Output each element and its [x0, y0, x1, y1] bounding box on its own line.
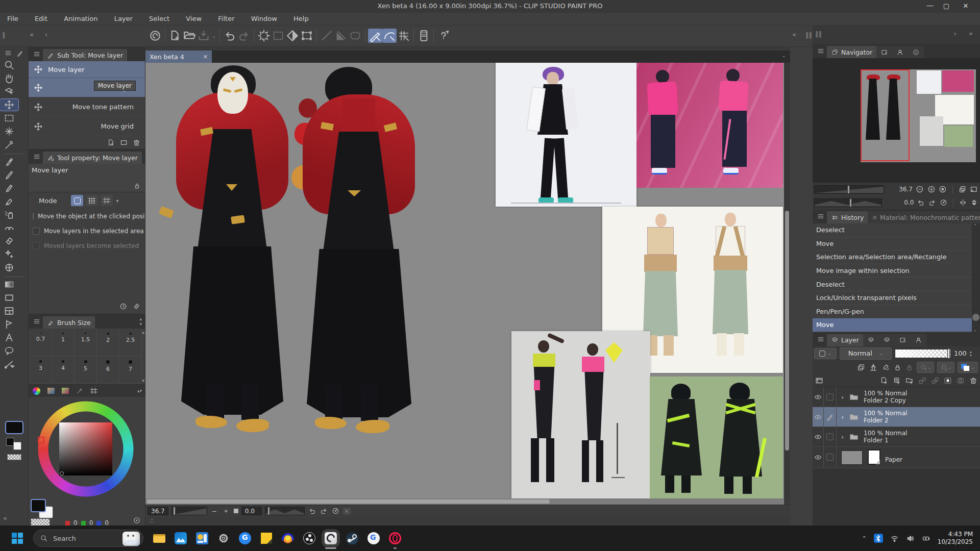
clip-to-layer-below-icon[interactable] — [856, 363, 866, 372]
zoom-value-field[interactable]: 36.7 — [148, 507, 168, 515]
history-item[interactable]: Selection area/Selection area/Rectangle — [813, 251, 980, 264]
expand-folder-icon[interactable]: › — [841, 433, 844, 441]
layer-thumbnail-dropdown[interactable]: ⌄ — [814, 348, 837, 359]
layer-visibility-icon[interactable] — [814, 433, 822, 441]
new-vector-layer-icon[interactable] — [892, 376, 901, 385]
menu-select[interactable]: Select — [142, 13, 177, 24]
layer-row-folder2[interactable]: › 100 % NormalFolder 2 — [813, 407, 980, 427]
brush-size-cell[interactable]: 1 — [52, 329, 75, 356]
layer-search-tab[interactable] — [879, 334, 895, 346]
sticky-notes-icon[interactable] — [260, 532, 273, 544]
operation-tool[interactable] — [0, 86, 18, 97]
close-button[interactable]: ✕ — [961, 2, 971, 10]
blend-tool[interactable] — [0, 248, 18, 260]
collapse-gutter-icon[interactable]: « — [792, 31, 796, 38]
subtool-menu-icon[interactable] — [33, 50, 41, 58]
sv-marker[interactable] — [60, 471, 64, 475]
register-settings-icon[interactable] — [132, 302, 141, 311]
subtool-item-move-grid[interactable]: Move grid — [29, 117, 145, 136]
invert-selection-button[interactable] — [285, 29, 300, 43]
rotate-left-icon[interactable] — [308, 507, 316, 515]
brush-size-cell[interactable]: 6 — [97, 356, 119, 384]
ruler-tool[interactable] — [0, 318, 18, 330]
layer-visibility-icon[interactable] — [814, 393, 822, 402]
brush-size-tab[interactable]: Brush Size — [43, 316, 95, 329]
tone-tab[interactable] — [911, 334, 926, 346]
layer-checkbox[interactable] — [826, 393, 834, 400]
select-source-button[interactable]: ⌄ — [917, 362, 934, 373]
gutter-grip[interactable]: ‖‖ — [805, 31, 812, 39]
saturation-value-square[interactable] — [59, 422, 112, 475]
tool-property-tab[interactable]: Tool property: Move layer — [43, 152, 142, 164]
reference-layer-button[interactable]: ⌄ — [937, 362, 954, 373]
sub-color-swatch[interactable] — [13, 442, 21, 450]
rotation-slider[interactable] — [265, 507, 305, 515]
save-dropdown-icon[interactable]: ⌄ — [212, 33, 216, 39]
new-file-button[interactable] — [168, 29, 182, 43]
audacity-icon[interactable] — [282, 532, 294, 544]
menu-filter[interactable]: Filter — [211, 13, 241, 24]
snap-to-special-ruler-button[interactable] — [382, 29, 397, 43]
information-tab[interactable] — [908, 46, 924, 58]
color-history-icon[interactable] — [133, 516, 141, 524]
new-subtool-icon[interactable] — [119, 138, 128, 147]
tray-expand-icon[interactable]: ⌃ — [862, 535, 867, 542]
snap-to-grid-button[interactable] — [397, 29, 411, 43]
decoration-tool[interactable] — [0, 222, 18, 234]
layer-color-button[interactable]: ⌄ — [958, 362, 978, 373]
zoom-tool[interactable] — [0, 59, 18, 71]
history-item[interactable]: Deselect — [813, 223, 980, 237]
layer-tab[interactable]: Layer — [827, 334, 863, 346]
transparent-color-swatch[interactable] — [7, 454, 21, 460]
obs-studio-icon[interactable] — [303, 532, 315, 544]
snap-to-ruler-button[interactable] — [368, 29, 382, 43]
rotate-right-icon[interactable] — [320, 507, 328, 515]
subtool-tab[interactable]: Sub Tool: Move layer — [43, 49, 127, 61]
navigator-rotation-slider[interactable] — [814, 198, 882, 207]
menu-file[interactable]: File — [0, 13, 26, 24]
document-tab[interactable]: Xen beta 4 ✕ — [145, 51, 212, 63]
scroll-arrows-icon[interactable]: ▴▾ — [137, 388, 142, 393]
brush-size-cell[interactable]: 4 — [52, 356, 75, 384]
nav-zoom-out-icon[interactable] — [915, 185, 924, 194]
minimize-button[interactable]: ― — [925, 2, 935, 9]
nav-reset-rotation-icon[interactable] — [939, 198, 948, 207]
eraser-tool[interactable] — [0, 235, 18, 247]
search-highlight-image[interactable] — [122, 532, 140, 546]
vertical-scrollbar[interactable] — [784, 63, 790, 498]
redo-button[interactable] — [237, 29, 251, 43]
vertical-scrollbar-thumb[interactable] — [785, 211, 789, 450]
copy-subtool-icon[interactable] — [107, 138, 115, 147]
collapse-right-icon[interactable]: › — [954, 30, 957, 37]
bluetooth-icon[interactable] — [874, 534, 883, 543]
new-raster-layer-icon[interactable] — [879, 376, 889, 385]
color-set-tab-icon[interactable] — [62, 388, 69, 394]
deselect-button[interactable] — [257, 29, 271, 43]
zoom-slider[interactable] — [172, 507, 207, 515]
zoom-in-button[interactable]: ＋ — [222, 507, 231, 515]
line-button[interactable] — [320, 29, 334, 43]
lock-layer-icon[interactable] — [893, 363, 902, 372]
panel-grip[interactable]: ‖ — [2, 31, 6, 39]
battery-icon[interactable] — [922, 534, 930, 543]
maximize-button[interactable]: ▢ — [941, 2, 951, 10]
mode-layer-button[interactable] — [71, 195, 83, 206]
lock-icon[interactable] — [133, 182, 141, 190]
collapse-arrow-icon[interactable]: ‹ — [45, 31, 47, 38]
collapse-all-right-icon[interactable]: » — [969, 30, 973, 37]
eyedropper-tool[interactable] — [0, 139, 18, 151]
navigator-preview[interactable] — [813, 58, 980, 183]
scroll-up-icon[interactable]: ▴ — [142, 330, 144, 335]
g-browser-icon[interactable]: G — [239, 532, 251, 544]
transform-button[interactable] — [300, 29, 314, 43]
nav-flip-icon[interactable] — [958, 185, 967, 194]
nav-flip-horizontal-icon[interactable] — [959, 198, 967, 207]
horizontal-scrollbar[interactable] — [145, 498, 784, 505]
material-panel-button[interactable] — [416, 29, 431, 43]
brush-size-menu-icon[interactable] — [33, 317, 41, 325]
brush-size-cell[interactable]: 5 — [75, 356, 97, 384]
blend-mode-dropdown[interactable]: Normal⌄ — [840, 347, 892, 360]
close-tab-icon[interactable]: ✕ — [203, 54, 208, 60]
blue-g-app-icon[interactable]: G — [368, 532, 380, 544]
nav-rotate-left-icon[interactable] — [916, 198, 925, 207]
